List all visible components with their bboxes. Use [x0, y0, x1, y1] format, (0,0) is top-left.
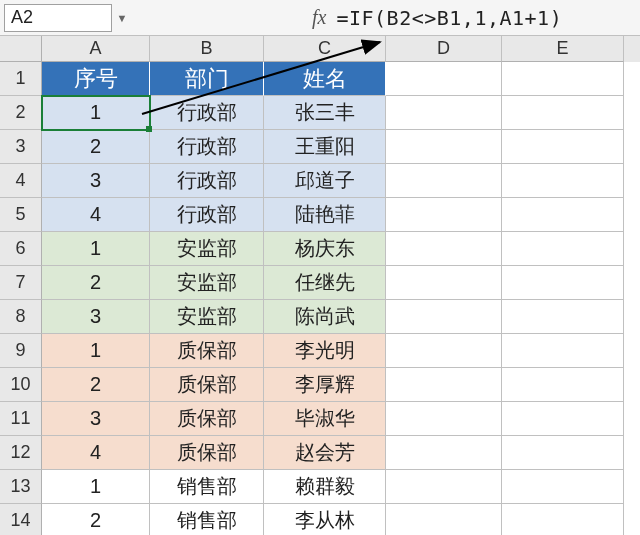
cell-dept[interactable]: 销售部 [150, 470, 264, 504]
cell-seq[interactable]: 2 [42, 504, 150, 535]
table-row: 72安监部任继先 [0, 266, 640, 300]
empty-cell[interactable] [386, 504, 502, 535]
name-box-dropdown-icon[interactable]: ▼ [112, 12, 132, 24]
cell-seq[interactable]: 1 [42, 334, 150, 368]
table-row: 102质保部李厚辉 [0, 368, 640, 402]
row-number[interactable]: 2 [0, 96, 42, 130]
table-header-row: 1序号部门姓名 [0, 62, 640, 96]
header-cell-dept[interactable]: 部门 [150, 62, 264, 96]
cell-seq[interactable]: 2 [42, 266, 150, 300]
empty-cell[interactable] [502, 300, 624, 334]
cell-dept[interactable]: 质保部 [150, 368, 264, 402]
cell-name[interactable]: 杨庆东 [264, 232, 386, 266]
col-header-b[interactable]: B [150, 36, 264, 62]
empty-cell[interactable] [502, 130, 624, 164]
col-header-c[interactable]: C [264, 36, 386, 62]
empty-cell[interactable] [386, 96, 502, 130]
cell-dept[interactable]: 安监部 [150, 232, 264, 266]
empty-cell[interactable] [502, 402, 624, 436]
row-number[interactable]: 9 [0, 334, 42, 368]
name-box[interactable]: A2 [4, 4, 112, 32]
empty-cell[interactable] [502, 334, 624, 368]
empty-cell[interactable] [386, 436, 502, 470]
cell-name[interactable]: 李厚辉 [264, 368, 386, 402]
cell-seq[interactable]: 1 [42, 96, 150, 130]
empty-cell[interactable] [502, 198, 624, 232]
row-number[interactable]: 13 [0, 470, 42, 504]
cell-name[interactable]: 毕淑华 [264, 402, 386, 436]
cell-seq[interactable]: 3 [42, 300, 150, 334]
cell-dept[interactable]: 销售部 [150, 504, 264, 535]
header-cell-seq[interactable]: 序号 [42, 62, 150, 96]
cell-dept[interactable]: 质保部 [150, 436, 264, 470]
cell-name[interactable]: 李光明 [264, 334, 386, 368]
empty-cell[interactable] [502, 470, 624, 504]
empty-cell[interactable] [502, 62, 624, 96]
empty-cell[interactable] [386, 130, 502, 164]
empty-cell[interactable] [502, 266, 624, 300]
col-header-e[interactable]: E [502, 36, 624, 62]
cell-seq[interactable]: 3 [42, 164, 150, 198]
empty-cell[interactable] [386, 470, 502, 504]
cell-seq[interactable]: 2 [42, 130, 150, 164]
table-row: 124质保部赵会芳 [0, 436, 640, 470]
cell-seq[interactable]: 1 [42, 470, 150, 504]
cell-name[interactable]: 王重阳 [264, 130, 386, 164]
row-number[interactable]: 5 [0, 198, 42, 232]
empty-cell[interactable] [386, 368, 502, 402]
col-header-a[interactable]: A [42, 36, 150, 62]
cell-name[interactable]: 陈尚武 [264, 300, 386, 334]
cell-seq[interactable]: 2 [42, 368, 150, 402]
cell-name[interactable]: 赵会芳 [264, 436, 386, 470]
cell-dept[interactable]: 行政部 [150, 130, 264, 164]
empty-cell[interactable] [502, 436, 624, 470]
row-number[interactable]: 7 [0, 266, 42, 300]
formula-input[interactable]: =IF(B2<>B1,1,A1+1) [336, 6, 562, 30]
row-number[interactable]: 10 [0, 368, 42, 402]
empty-cell[interactable] [502, 368, 624, 402]
row-number[interactable]: 1 [0, 62, 42, 96]
cell-dept[interactable]: 质保部 [150, 334, 264, 368]
cell-name[interactable]: 张三丰 [264, 96, 386, 130]
col-header-d[interactable]: D [386, 36, 502, 62]
cell-name[interactable]: 邱道子 [264, 164, 386, 198]
table-row: 43行政部邱道子 [0, 164, 640, 198]
cell-seq[interactable]: 1 [42, 232, 150, 266]
empty-cell[interactable] [502, 504, 624, 535]
empty-cell[interactable] [502, 96, 624, 130]
empty-cell[interactable] [386, 334, 502, 368]
empty-cell[interactable] [386, 164, 502, 198]
cell-dept[interactable]: 安监部 [150, 266, 264, 300]
cell-seq[interactable]: 3 [42, 402, 150, 436]
empty-cell[interactable] [386, 402, 502, 436]
empty-cell[interactable] [386, 198, 502, 232]
cell-dept[interactable]: 行政部 [150, 96, 264, 130]
empty-cell[interactable] [502, 164, 624, 198]
empty-cell[interactable] [386, 300, 502, 334]
row-number[interactable]: 8 [0, 300, 42, 334]
fill-handle[interactable] [146, 126, 152, 132]
empty-cell[interactable] [386, 266, 502, 300]
row-number[interactable]: 4 [0, 164, 42, 198]
header-cell-name[interactable]: 姓名 [264, 62, 386, 96]
cell-dept[interactable]: 质保部 [150, 402, 264, 436]
cell-name[interactable]: 陆艳菲 [264, 198, 386, 232]
empty-cell[interactable] [386, 62, 502, 96]
cell-seq[interactable]: 4 [42, 198, 150, 232]
fx-icon[interactable]: fx [312, 6, 326, 29]
cell-seq[interactable]: 4 [42, 436, 150, 470]
cell-name[interactable]: 任继先 [264, 266, 386, 300]
empty-cell[interactable] [502, 232, 624, 266]
row-number[interactable]: 12 [0, 436, 42, 470]
row-number[interactable]: 14 [0, 504, 42, 535]
empty-cell[interactable] [386, 232, 502, 266]
row-number[interactable]: 6 [0, 232, 42, 266]
row-number[interactable]: 11 [0, 402, 42, 436]
cell-name[interactable]: 赖群毅 [264, 470, 386, 504]
cell-dept[interactable]: 行政部 [150, 198, 264, 232]
cell-name[interactable]: 李从林 [264, 504, 386, 535]
row-number[interactable]: 3 [0, 130, 42, 164]
cell-dept[interactable]: 安监部 [150, 300, 264, 334]
select-all-corner[interactable] [0, 36, 42, 62]
cell-dept[interactable]: 行政部 [150, 164, 264, 198]
